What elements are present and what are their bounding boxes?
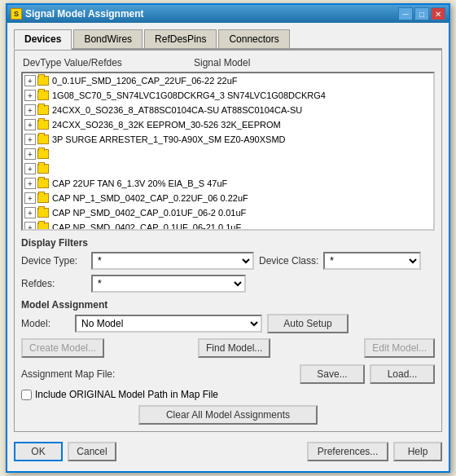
list-item[interactable]: + (23, 161, 433, 176)
expand-icon[interactable]: + (24, 192, 36, 204)
device-text: 1G08_SC70_5_SN74LVC1G08DCKRG4_3 SN74LVC1… (52, 90, 326, 100)
list-item[interactable]: + CAP 22UF TAN 6_1.3V 20% EIA_B_S 47uF (23, 176, 433, 191)
tab-bar: Devices BondWires RefDesPins Connectors (14, 29, 442, 50)
list-item[interactable]: + 0_0.1UF_SMD_1206_CAP_22UF_06-22 22uF (23, 73, 433, 88)
device-text: 3P SURGE ARRESTER_1_T90-A90X_SM EZ0-A90X… (52, 134, 286, 144)
list-item[interactable]: + 3P SURGE ARRESTER_1_T90-A90X_SM EZ0-A9… (23, 132, 433, 147)
tab-refdes[interactable]: RefDesPins (144, 29, 217, 48)
list-item[interactable]: + (23, 147, 433, 161)
map-file-row: Assignment Map File: Save... Load... (21, 364, 435, 384)
display-filters-title: Display Filters (21, 237, 435, 249)
display-filters-section: Display Filters Device Type: * Device Cl… (21, 237, 435, 293)
device-type-select[interactable]: * (91, 252, 254, 270)
device-list: + 0_0.1UF_SMD_1206_CAP_22UF_06-22 22uF +… (23, 73, 433, 231)
folder-icon (37, 164, 49, 174)
folder-icon (37, 76, 49, 86)
tab-connectors[interactable]: Connectors (218, 29, 289, 48)
refdes-row: Refdes: * (21, 275, 435, 293)
minimize-button[interactable]: ─ (398, 7, 413, 20)
preferences-button[interactable]: Preferences... (307, 442, 388, 461)
col-signal-model: Signal Model (194, 57, 435, 68)
edit-model-button[interactable]: Edit Model... (364, 338, 435, 358)
device-text: CAP NP_SMD_0402_CAP_0.1UF_06-21 0.1uF (52, 223, 241, 231)
titlebar-left: S Signal Model Assignment (11, 8, 144, 20)
save-button[interactable]: Save... (300, 364, 365, 384)
folder-icon (37, 134, 49, 144)
folder-icon (37, 120, 49, 130)
maximize-button[interactable]: □ (414, 7, 429, 20)
main-window: S Signal Model Assignment ─ □ ✕ Devices … (6, 3, 450, 473)
device-text: CAP NP_1_SMD_0402_CAP_0.22UF_06 0.22uF (52, 193, 248, 203)
expand-icon[interactable]: + (24, 222, 36, 231)
window-content: Devices BondWires RefDesPins Connectors … (7, 23, 449, 471)
model-select[interactable]: No Model (75, 315, 262, 333)
device-type-row: Device Type: * Device Class: * (21, 252, 435, 270)
expand-icon[interactable]: + (24, 90, 36, 101)
folder-icon (37, 105, 49, 115)
device-class-label: Device Class: (259, 255, 318, 267)
list-item[interactable]: + 1G08_SC70_5_SN74LVC1G08DCKRG4_3 SN74LV… (23, 88, 433, 103)
footer: OK Cancel Preferences... Help (14, 439, 442, 465)
col-devtype: DevType Value/Refdes (23, 57, 129, 68)
help-button[interactable]: Help (393, 442, 442, 461)
folder-icon (37, 208, 49, 218)
device-text: CAP 22UF TAN 6_1.3V 20% EIA_B_S 47uF (52, 178, 227, 188)
folder-icon (37, 178, 49, 188)
tab-devices[interactable]: Devices (14, 29, 72, 50)
expand-icon[interactable]: + (24, 75, 36, 86)
create-model-button[interactable]: Create Model... (21, 338, 104, 358)
list-item[interactable]: + CAP NP_1_SMD_0402_CAP_0.22UF_06 0.22uF (23, 191, 433, 205)
clear-all-button[interactable]: Clear All Model Assignments (138, 405, 318, 425)
clear-button-row: Clear All Model Assignments (21, 405, 435, 425)
device-text: CAP NP_SMD_0402_CAP_0.01UF_06-2 0.01uF (52, 208, 246, 218)
find-model-button[interactable]: Find Model... (198, 338, 270, 358)
device-list-container[interactable]: + 0_0.1UF_SMD_1206_CAP_22UF_06-22 22uF +… (21, 72, 435, 231)
main-panel: DevType Value/Refdes Signal Model + 0_0.… (14, 50, 442, 432)
auto-setup-button[interactable]: Auto Setup (267, 314, 349, 333)
model-buttons-row: Create Model... Find Model... Edit Model… (21, 338, 435, 358)
tab-bondwires[interactable]: BondWires (73, 29, 142, 48)
list-item[interactable]: + CAP NP_SMD_0402_CAP_0.01UF_06-2 0.01uF (23, 205, 433, 220)
include-original-checkbox[interactable] (21, 390, 32, 400)
model-assignment-title: Model Assignment (21, 299, 435, 311)
folder-icon (37, 149, 49, 159)
device-type-label: Device Type: (21, 255, 86, 267)
expand-icon[interactable]: + (24, 134, 36, 145)
include-original-label: Include ORIGINAL Model Path in Map File (35, 389, 218, 400)
device-text: 24CXX_0_SO236_8_AT88SC0104CA-SU AT88SC01… (52, 105, 302, 115)
list-item[interactable]: + 24CXX_0_SO236_8_AT88SC0104CA-SU AT88SC… (23, 103, 433, 117)
cancel-button[interactable]: Cancel (68, 442, 116, 461)
device-text: 0_0.1UF_SMD_1206_CAP_22UF_06-22 22uF (52, 76, 237, 86)
device-text: 24CXX_SO236_8_32K EEPROM_30-526 32K_EEPR… (52, 120, 281, 130)
expand-icon[interactable]: + (24, 207, 36, 218)
close-button[interactable]: ✕ (431, 7, 445, 20)
load-button[interactable]: Load... (370, 364, 435, 384)
original-path-row: Include ORIGINAL Model Path in Map File (21, 389, 435, 400)
folder-icon (37, 223, 49, 231)
app-icon: S (11, 8, 22, 20)
titlebar: S Signal Model Assignment ─ □ ✕ (7, 5, 449, 23)
refdes-label: Refdes: (21, 278, 86, 289)
ok-button[interactable]: OK (14, 442, 63, 461)
window-title: Signal Model Assignment (25, 8, 144, 20)
expand-icon[interactable]: + (24, 119, 36, 130)
assignment-map-section: Assignment Map File: Save... Load... Inc… (21, 364, 435, 400)
map-file-label: Assignment Map File: (21, 368, 115, 380)
titlebar-controls[interactable]: ─ □ ✕ (398, 7, 445, 20)
model-label: Model: (21, 318, 70, 329)
list-item[interactable]: + 24CXX_SO236_8_32K EEPROM_30-526 32K_EE… (23, 117, 433, 132)
device-class-select[interactable]: * (323, 252, 421, 270)
column-header: DevType Value/Refdes Signal Model (21, 57, 435, 68)
list-item[interactable]: + CAP NP_SMD_0402_CAP_0.1UF_06-21 0.1uF (23, 220, 433, 231)
refdes-select[interactable]: * (91, 275, 246, 293)
model-assignment-section: Model Assignment Model: No Model Auto Se… (21, 299, 435, 358)
expand-icon[interactable]: + (24, 178, 36, 189)
expand-icon[interactable]: + (24, 104, 36, 116)
expand-icon[interactable]: + (24, 148, 36, 160)
folder-icon (37, 193, 49, 203)
expand-icon[interactable]: + (24, 163, 36, 174)
model-row: Model: No Model Auto Setup (21, 314, 435, 333)
folder-icon (37, 90, 49, 100)
